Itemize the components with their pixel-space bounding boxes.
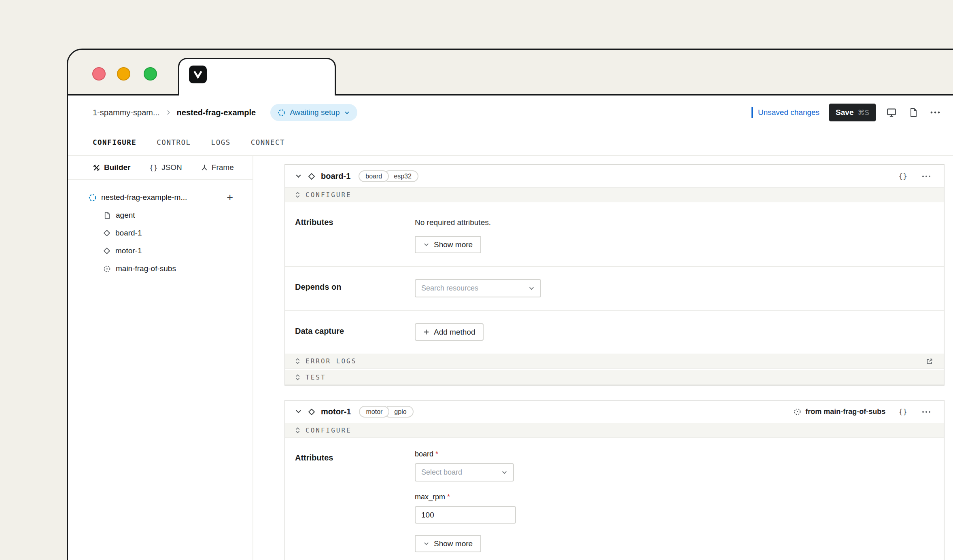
status-label: Awaiting setup — [290, 108, 340, 117]
depends-on-placeholder: Search resources — [421, 284, 478, 293]
attributes-label: Attributes — [295, 214, 415, 253]
tab-control[interactable]: CONTROL — [157, 138, 191, 146]
save-shortcut-hint: ⌘S — [857, 108, 869, 117]
tab-logs[interactable]: LOGS — [211, 138, 231, 146]
tree-item-label: board-1 — [115, 229, 142, 238]
machine-status-chip[interactable]: Awaiting setup — [270, 104, 357, 121]
code-json-button[interactable]: {} — [898, 407, 907, 416]
browser-tab[interactable] — [178, 58, 336, 95]
required-asterisk: * — [435, 450, 438, 458]
app-content: 1-spammy-spam... nested-frag-example Awa… — [68, 94, 953, 560]
mode-builder[interactable]: Builder — [93, 163, 130, 172]
save-button-label: Save — [836, 108, 853, 117]
section-test-header[interactable]: TEST — [285, 370, 944, 385]
tab-connect[interactable]: CONNECT — [251, 138, 285, 146]
unfold-icon — [295, 374, 300, 381]
unsaved-changes-indicator: Unsaved changes — [751, 107, 819, 118]
board-select[interactable]: Select board — [415, 463, 514, 482]
breadcrumb-parent-link[interactable]: 1-spammy-spam... — [93, 108, 160, 117]
unfold-icon — [295, 427, 300, 434]
field-board-label: board* — [415, 450, 932, 458]
window-close-button[interactable] — [92, 67, 106, 81]
chevron-down-icon — [344, 110, 350, 116]
mode-builder-label: Builder — [104, 163, 130, 172]
collapse-chevron-icon[interactable] — [294, 408, 302, 416]
attributes-empty-text: No required attributes. — [415, 214, 932, 227]
sidebar-mode-switcher: Builder {} JSON Frame — [68, 156, 253, 180]
tree-item-fragment-root[interactable]: nested-frag-example-m... + — [68, 189, 253, 206]
collapse-chevron-icon[interactable] — [294, 172, 302, 180]
mode-frame[interactable]: Frame — [201, 163, 234, 172]
attributes-row: Attributes board* Select board — [285, 438, 944, 560]
configure-main: Builder {} JSON Frame — [68, 156, 953, 560]
add-method-button[interactable]: Add method — [415, 323, 484, 341]
section-error-logs-header[interactable]: ERROR LOGS — [285, 354, 944, 369]
tree-item-board-1[interactable]: board-1 — [68, 224, 253, 242]
overflow-menu-icon[interactable] — [929, 106, 941, 119]
component-diamond-icon — [103, 247, 110, 255]
tree-item-main-frag-of-subs[interactable]: main-frag-of-subs — [68, 260, 253, 278]
tree-root-label: nested-frag-example-m... — [101, 193, 187, 202]
fragment-status-icon — [88, 193, 97, 202]
card-header-actions: from main-frag-of-subs {} — [794, 406, 932, 418]
field-board: board* Select board — [415, 450, 932, 482]
fragment-source: from main-frag-of-subs — [794, 407, 885, 416]
resource-name: board-1 — [321, 172, 350, 181]
depends-on-select[interactable]: Search resources — [415, 279, 541, 297]
frame-axes-icon — [201, 164, 208, 171]
desktop-background: 1-spammy-spam... nested-frag-example Awa… — [0, 0, 953, 560]
window-zoom-button[interactable] — [144, 67, 157, 81]
section-test-label: TEST — [306, 373, 326, 381]
chevron-down-icon — [423, 541, 429, 547]
tag-type: board — [359, 170, 389, 182]
history-file-icon[interactable] — [907, 106, 919, 119]
required-asterisk: * — [447, 493, 450, 501]
section-error-logs-label: ERROR LOGS — [306, 357, 357, 365]
add-resource-button[interactable]: + — [227, 192, 233, 203]
mode-frame-label: Frame — [212, 163, 234, 172]
section-configure-header[interactable]: CONFIGURE — [285, 187, 944, 202]
field-max-rpm: max_rpm* — [415, 493, 932, 524]
tab-configure[interactable]: CONFIGURE — [93, 138, 136, 146]
code-json-button[interactable]: {} — [898, 172, 907, 180]
show-more-button[interactable]: Show more — [415, 236, 481, 253]
chevron-down-icon — [529, 285, 535, 291]
board-select-placeholder: Select board — [421, 468, 462, 477]
window-chrome — [68, 50, 953, 94]
section-configure-label: CONFIGURE — [306, 191, 352, 199]
tag-type: motor — [359, 406, 389, 418]
machine-monitor-icon[interactable] — [885, 106, 898, 119]
status-spinner-icon — [278, 109, 285, 117]
mode-json[interactable]: {} JSON — [149, 163, 182, 172]
overflow-menu-icon[interactable] — [920, 170, 932, 182]
depends-on-label: Depends on — [295, 279, 415, 297]
external-link-icon[interactable] — [925, 357, 934, 366]
show-more-button[interactable]: Show more — [415, 535, 481, 552]
plus-icon — [423, 329, 429, 335]
fragment-icon — [794, 408, 801, 416]
attributes-row: Attributes No required attributes. Show … — [285, 202, 944, 266]
card-header: motor-1 motor gpio from main- — [285, 401, 944, 423]
unfold-icon — [295, 191, 300, 198]
field-max-rpm-label: max_rpm* — [415, 493, 932, 501]
tree-item-agent[interactable]: agent — [68, 206, 253, 224]
data-capture-row: Data capture Add method — [285, 310, 944, 354]
max-rpm-input[interactable] — [415, 506, 516, 524]
overflow-menu-icon[interactable] — [920, 406, 932, 418]
viam-logo-icon — [189, 66, 207, 83]
resource-card-board-1: board-1 board esp32 {} — [284, 164, 945, 386]
save-button[interactable]: Save ⌘S — [829, 104, 876, 121]
component-diamond-icon — [103, 229, 110, 237]
window-minimize-button[interactable] — [117, 67, 130, 81]
topbar-actions: Unsaved changes Save ⌘S — [751, 104, 941, 121]
card-body: Attributes No required attributes. Show … — [285, 202, 944, 354]
tree-item-motor-1[interactable]: motor-1 — [68, 242, 253, 260]
mode-json-label: JSON — [161, 163, 182, 172]
resource-name: motor-1 — [321, 407, 351, 416]
resource-tags: motor gpio — [359, 406, 413, 418]
fragment-source-label: from main-frag-of-subs — [805, 407, 885, 416]
fragment-icon — [103, 265, 111, 273]
component-diamond-icon — [308, 408, 315, 416]
card-body: Attributes board* Select board — [285, 438, 944, 560]
section-configure-header[interactable]: CONFIGURE — [285, 423, 944, 438]
